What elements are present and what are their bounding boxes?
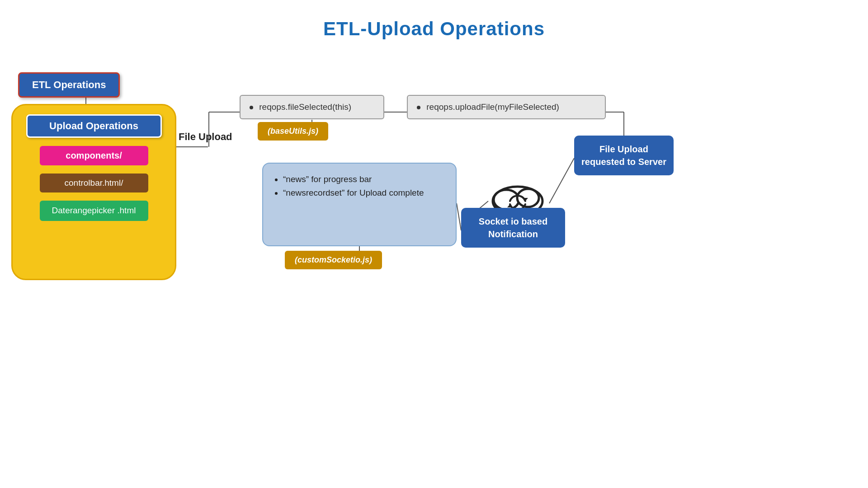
info-bullet-2: “newsrecordset” for Upload complete <box>283 186 445 200</box>
controlbar-button: controlbar.html/ <box>40 174 148 192</box>
socketio-notification-box: Socket io based Notification <box>461 208 565 248</box>
components-button: components/ <box>40 146 148 165</box>
base-utils-box: (baseUtils.js) <box>258 122 328 141</box>
upload-operations-button: Upload Operations <box>26 114 162 138</box>
svg-line-10 <box>457 203 461 230</box>
bullet-dot-2 <box>417 106 420 109</box>
svg-point-15 <box>494 190 519 210</box>
info-box: “news” for progress bar “newsrecordset” … <box>262 163 457 246</box>
info-bullet-1: “news” for progress bar <box>283 173 445 186</box>
file-upload-server-box: File Upload requested to Server <box>574 136 674 175</box>
bullet-dot <box>250 106 253 109</box>
method-box-file-selected: reqops.fileSelected(this) <box>240 95 384 119</box>
svg-line-8 <box>549 158 574 203</box>
etl-operations-box: ETL Operations <box>18 72 120 98</box>
yellow-container: Upload Operations components/ controlbar… <box>11 104 176 280</box>
method-box-upload-file: reqops.uploadFile(myFileSelected) <box>407 95 606 119</box>
file-upload-label: File Upload <box>179 131 232 143</box>
custom-socketio-box: (customSocketio.js) <box>285 251 382 269</box>
page-title: ETL-Upload Operations <box>0 0 868 40</box>
datepicker-button: Daterangepicker .html <box>40 201 148 221</box>
